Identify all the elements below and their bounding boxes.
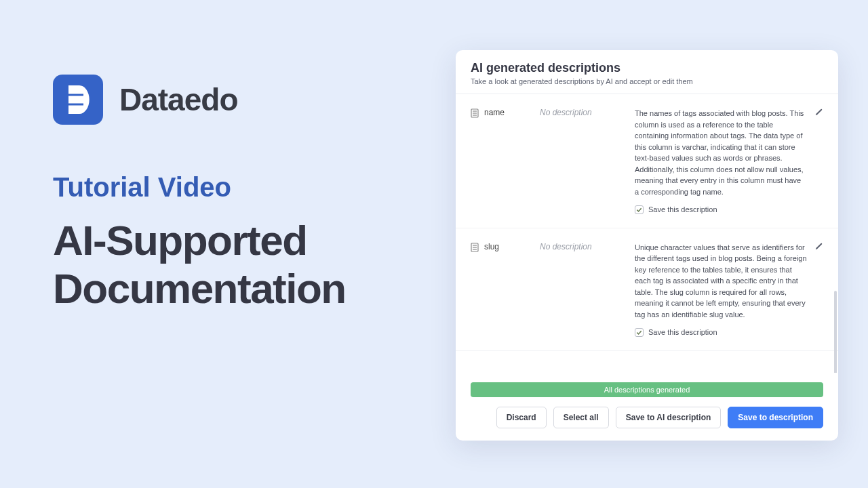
ai-text: Unique character values that serve as id…: [635, 243, 807, 319]
panel-body: name No description The names of tags as…: [456, 94, 838, 373]
column-row: slug No description Unique character val…: [456, 228, 838, 351]
save-checkbox-row[interactable]: Save this description: [635, 204, 807, 216]
discard-button[interactable]: Discard: [496, 407, 547, 428]
column-name-cell: name: [471, 108, 533, 216]
panel-title: AI generated descriptions: [471, 61, 823, 75]
column-name-cell: slug: [471, 242, 533, 338]
select-all-button[interactable]: Select all: [553, 407, 609, 428]
column-ai-desc: The names of tags associated with blog p…: [635, 108, 823, 216]
save-checkbox-label: Save this description: [648, 204, 717, 216]
logo-mark-icon: [53, 75, 103, 125]
ai-text: The names of tags associated with blog p…: [635, 109, 804, 196]
edit-icon[interactable]: [814, 108, 823, 117]
panel-subtitle: Take a look at generated descriptions by…: [471, 77, 823, 85]
scrollbar[interactable]: [834, 291, 837, 373]
column-name: slug: [484, 242, 499, 251]
hero-title: AI-Supported Documentation: [53, 216, 406, 313]
button-row: Discard Select all Save to AI descriptio…: [471, 407, 823, 428]
hero-kicker: Tutorial Video: [53, 172, 406, 203]
column-ai-desc: Unique character values that serve as id…: [635, 242, 823, 338]
column-icon: [471, 243, 479, 252]
status-bar: All descriptions generated: [471, 382, 823, 397]
column-name: name: [484, 108, 505, 117]
save-to-description-button[interactable]: Save to description: [728, 407, 823, 428]
hero-title-line2: Documentation: [53, 265, 346, 312]
brand-name: Dataedo: [119, 81, 237, 118]
hero-title-line1: AI-Supported: [53, 217, 307, 264]
checkbox-icon[interactable]: [635, 328, 644, 337]
brand-logo: Dataedo: [53, 75, 406, 125]
save-to-ai-button[interactable]: Save to AI description: [616, 407, 722, 428]
edit-icon[interactable]: [814, 242, 823, 251]
panel-footer: All descriptions generated Discard Selec…: [456, 373, 838, 441]
column-row: name No description The names of tags as…: [456, 94, 838, 228]
panel-header: AI generated descriptions Take a look at…: [456, 50, 838, 94]
save-checkbox-row[interactable]: Save this description: [635, 327, 807, 338]
column-icon: [471, 108, 479, 118]
ai-descriptions-panel: AI generated descriptions Take a look at…: [456, 50, 838, 441]
column-original-desc: No description: [540, 108, 628, 216]
save-checkbox-label: Save this description: [648, 327, 717, 338]
column-original-desc: No description: [540, 242, 628, 338]
checkbox-icon[interactable]: [635, 205, 644, 214]
